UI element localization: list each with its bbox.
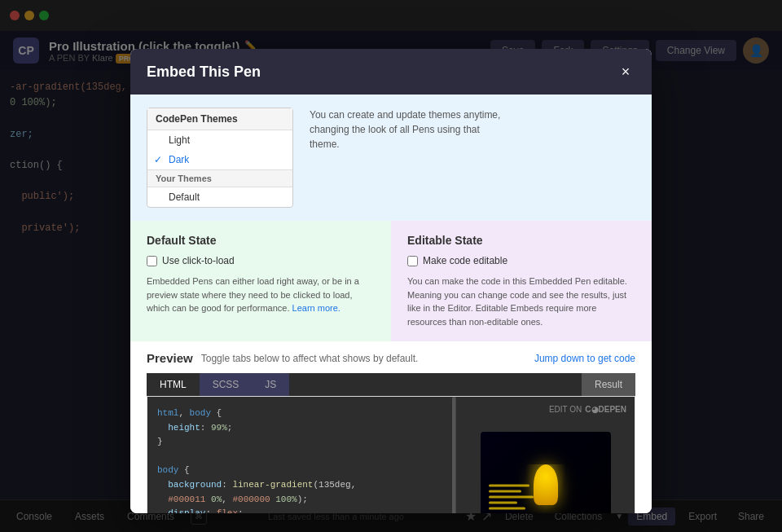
your-themes-header: Your Themes <box>147 169 292 187</box>
modal-header: Embed This Pen × <box>130 49 652 95</box>
modal-body: CodePen Themes Light Dark Your Themes De… <box>130 95 652 513</box>
theme-default-option[interactable]: Default <box>147 187 292 207</box>
tab-result[interactable]: Result <box>582 373 635 396</box>
editable-state-description: You can make the code in this Embedded P… <box>407 275 635 328</box>
preview-content: html, body { height: 99%; } body { backg… <box>147 396 635 513</box>
default-state-description: Embedded Pens can either load right away… <box>147 275 375 315</box>
modal-overlay: Embed This Pen × CodePen Themes Light Da… <box>0 0 782 532</box>
scroll-thumb <box>452 397 455 513</box>
click-to-load-label[interactable]: Use click-to-load <box>147 255 375 266</box>
states-section: Default State Use click-to-load Embedded… <box>130 221 652 341</box>
theme-section: CodePen Themes Light Dark Your Themes De… <box>130 95 652 221</box>
default-state-panel: Default State Use click-to-load Embedded… <box>130 221 391 341</box>
theme-light-option[interactable]: Light <box>147 130 292 150</box>
illustration-preview <box>481 432 611 514</box>
tab-js[interactable]: JS <box>252 373 289 396</box>
editable-state-panel: Editable State Make code editable You ca… <box>391 221 652 341</box>
theme-dark-option[interactable]: Dark <box>147 150 292 169</box>
codepen-logo: EDIT ONC◕DEPEN <box>549 405 626 414</box>
preview-code-area: html, body { height: 99%; } body { backg… <box>147 397 455 513</box>
illus-line-4 <box>489 501 517 503</box>
tab-scss[interactable]: SCSS <box>200 373 253 396</box>
embed-modal: Embed This Pen × CodePen Themes Light Da… <box>130 49 652 513</box>
preview-header: Preview Toggle tabs below to affect what… <box>147 351 635 365</box>
learn-more-link[interactable]: Learn more. <box>292 303 340 313</box>
preview-subtitle: Toggle tabs below to affect what shows b… <box>201 353 419 364</box>
modal-title: Embed This Pen <box>147 64 261 81</box>
preview-tab-row: HTML SCSS JS Result <box>147 373 635 396</box>
default-state-title: Default State <box>147 234 375 247</box>
lamp-glow <box>525 464 566 513</box>
lamp-illustration <box>521 464 570 514</box>
editable-state-title: Editable State <box>407 234 635 247</box>
preview-result-area: EDIT ONC◕DEPEN <box>455 397 635 513</box>
make-editable-checkbox[interactable] <box>407 256 418 266</box>
codepen-themes-header: CodePen Themes <box>147 108 292 130</box>
illus-line-5 <box>489 507 525 509</box>
tab-html[interactable]: HTML <box>147 373 200 396</box>
preview-title: Preview <box>147 351 193 365</box>
make-editable-label[interactable]: Make code editable <box>407 255 635 266</box>
theme-dropdown-area: CodePen Themes Light Dark Your Themes De… <box>147 108 293 208</box>
theme-description: You can create and update themes anytime… <box>310 108 635 208</box>
preview-section: Preview Toggle tabs below to affect what… <box>130 341 652 513</box>
jump-to-code-link[interactable]: Jump down to get code <box>534 353 635 364</box>
modal-close-button[interactable]: × <box>616 62 635 81</box>
click-to-load-checkbox[interactable] <box>147 256 157 266</box>
theme-dropdown[interactable]: CodePen Themes Light Dark Your Themes De… <box>147 108 293 208</box>
preview-title-area: Preview Toggle tabs below to affect what… <box>147 351 418 365</box>
illus-line-2 <box>489 490 521 492</box>
